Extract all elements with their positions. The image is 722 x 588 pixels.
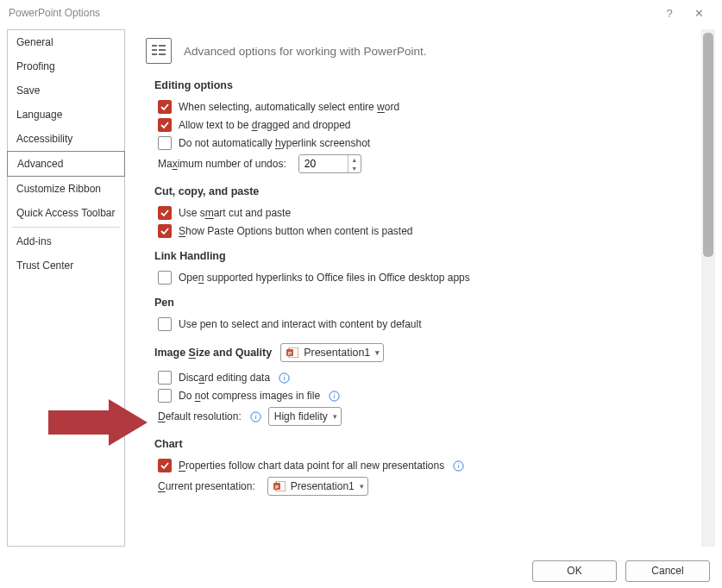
sidebar-item-label: Save: [16, 84, 40, 97]
svg-text:i: i: [283, 374, 285, 382]
undo-input[interactable]: [299, 156, 348, 172]
section-pen-title: Pen: [154, 297, 687, 309]
close-button[interactable]: ✕: [684, 0, 713, 26]
checkbox[interactable]: [158, 459, 172, 472]
svg-text:i: i: [254, 413, 256, 421]
info-icon[interactable]: i: [279, 372, 290, 384]
sidebar-item-label: Add-ins: [16, 235, 52, 247]
label: Use smart cut and paste: [179, 207, 291, 219]
opt-undo-count: Maximum number of undos: ▲ ▼: [158, 154, 687, 173]
chevron-down-icon: ▾: [333, 412, 337, 421]
section-link-title: Link Handling: [154, 250, 687, 262]
scrollbar-thumb[interactable]: [703, 33, 713, 257]
checkbox[interactable]: [158, 271, 172, 285]
sidebar-item-save[interactable]: Save: [8, 78, 124, 103]
opt-discard-editing[interactable]: Discard editing data i: [158, 371, 687, 385]
sidebar: General Proofing Save Language Accessibi…: [7, 29, 125, 547]
info-icon[interactable]: i: [250, 411, 261, 422]
opt-open-links[interactable]: Open supported hyperlinks to Office file…: [158, 271, 687, 285]
resolution-dropdown[interactable]: High fidelity ▾: [268, 407, 342, 426]
opt-drag-drop[interactable]: Allow text to be dragged and dropped: [158, 118, 687, 132]
svg-text:P: P: [288, 351, 292, 356]
dropdown-value: Presentation1: [291, 480, 355, 492]
dialog-footer: OK Cancel: [0, 554, 722, 588]
info-icon[interactable]: i: [329, 391, 340, 402]
opt-use-pen[interactable]: Use pen to select and interact with cont…: [158, 317, 687, 331]
sidebar-item-proofing[interactable]: Proofing: [8, 54, 124, 78]
label: Default resolution:: [158, 410, 242, 422]
sidebar-item-customize-ribbon[interactable]: Customize Ribbon: [8, 177, 124, 201]
section-chart-title: Chart: [154, 438, 687, 450]
sidebar-item-addins[interactable]: Add-ins: [8, 229, 124, 253]
sidebar-item-label: Quick Access Toolbar: [16, 207, 116, 219]
checkbox[interactable]: [158, 224, 172, 238]
sidebar-item-accessibility[interactable]: Accessibility: [8, 127, 124, 151]
info-icon[interactable]: i: [453, 460, 464, 472]
window-title: PowerPoint Options: [9, 7, 655, 19]
chevron-down-icon: ▾: [375, 348, 380, 357]
sidebar-item-label: Proofing: [16, 60, 55, 72]
spinner-up[interactable]: ▲: [348, 155, 361, 164]
checkbox[interactable]: [158, 317, 172, 331]
opt-no-compress[interactable]: Do not compress images in file i: [158, 389, 687, 403]
opt-smart-cut[interactable]: Use smart cut and paste: [158, 206, 687, 220]
sidebar-separator: [12, 227, 120, 228]
svg-rect-2: [152, 53, 157, 55]
sidebar-item-trust-center[interactable]: Trust Center: [8, 253, 124, 278]
current-presentation-dropdown[interactable]: P Presentation1 ▾: [267, 477, 368, 496]
opt-paste-options[interactable]: Show Paste Options button when content i…: [158, 224, 687, 238]
svg-rect-3: [159, 45, 166, 47]
ok-button[interactable]: OK: [532, 560, 617, 582]
dialog-body: General Proofing Save Language Accessibi…: [0, 26, 722, 554]
checkbox[interactable]: [158, 136, 172, 150]
label: Allow text to be dragged and dropped: [179, 119, 351, 131]
help-icon: ?: [666, 7, 672, 20]
label: Properties follow chart data point for a…: [179, 460, 444, 472]
checkbox[interactable]: [158, 371, 172, 385]
section-cut-title: Cut, copy, and paste: [154, 185, 687, 197]
sidebar-item-label: General: [16, 36, 53, 48]
checkbox[interactable]: [158, 206, 172, 220]
undo-spinner[interactable]: ▲ ▼: [298, 154, 361, 173]
label: When selecting, automatically select ent…: [179, 101, 399, 113]
checkbox[interactable]: [158, 118, 172, 132]
sidebar-item-qat[interactable]: Quick Access Toolbar: [8, 201, 124, 225]
opt-chart-props[interactable]: Properties follow chart data point for a…: [158, 459, 687, 472]
dropdown-value: Presentation1: [304, 347, 370, 359]
label: Use pen to select and interact with cont…: [179, 318, 422, 330]
opt-default-resolution: Default resolution: i High fidelity ▾: [158, 407, 687, 426]
vertical-scrollbar[interactable]: [701, 29, 715, 547]
content-pane: Advanced options for working with PowerP…: [130, 29, 701, 547]
svg-text:i: i: [333, 392, 335, 400]
label: Discard editing data: [179, 372, 270, 384]
cancel-button[interactable]: Cancel: [625, 560, 710, 582]
options-window: PowerPoint Options ? ✕ General Proofing …: [0, 0, 722, 588]
chevron-down-icon: ▾: [360, 482, 364, 491]
sidebar-item-label: Advanced: [17, 158, 63, 170]
svg-rect-1: [152, 49, 157, 51]
image-presentation-dropdown[interactable]: P Presentation1 ▾: [280, 343, 384, 362]
label: Maximum number of undos:: [158, 158, 286, 170]
sidebar-item-general[interactable]: General: [8, 30, 124, 54]
checkbox[interactable]: [158, 389, 172, 403]
opt-hyperlink-screenshot[interactable]: Do not automatically hyperlink screensho…: [158, 136, 687, 150]
svg-rect-5: [159, 53, 166, 55]
opt-select-word[interactable]: When selecting, automatically select ent…: [158, 100, 687, 114]
dropdown-value: High fidelity: [274, 410, 328, 422]
label: Open supported hyperlinks to Office file…: [179, 272, 470, 284]
sidebar-item-advanced[interactable]: Advanced: [7, 151, 125, 177]
section-image-title: Image Size and Quality P Presentation1 ▾: [154, 343, 687, 362]
page-heading-row: Advanced options for working with PowerP…: [146, 38, 687, 64]
sidebar-item-label: Trust Center: [16, 260, 73, 272]
content-wrap: Advanced options for working with PowerP…: [130, 29, 715, 547]
label: Do not automatically hyperlink screensho…: [179, 137, 370, 149]
sidebar-item-label: Language: [16, 109, 62, 121]
section-editing-title: Editing options: [154, 79, 687, 91]
label: Current presentation:: [158, 480, 255, 492]
svg-rect-0: [152, 45, 157, 47]
sidebar-item-language[interactable]: Language: [8, 103, 124, 127]
spinner-down[interactable]: ▼: [348, 164, 361, 172]
help-button[interactable]: ?: [655, 0, 684, 26]
checkbox[interactable]: [158, 100, 172, 114]
titlebar: PowerPoint Options ? ✕: [0, 0, 722, 26]
